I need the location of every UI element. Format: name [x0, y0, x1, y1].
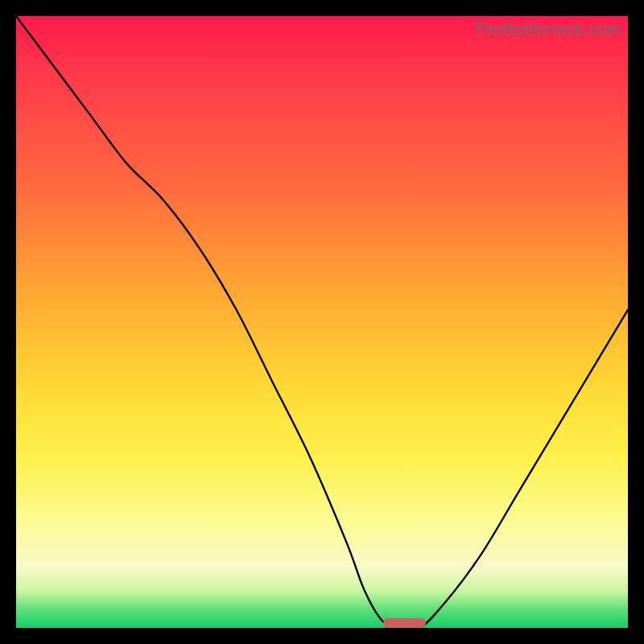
chart-plot-area: TheBottleneck.com — [16, 16, 628, 628]
bottleneck-curve — [16, 16, 628, 628]
curve-path — [16, 16, 628, 628]
optimal-marker — [383, 618, 426, 628]
watermark-text: TheBottleneck.com — [474, 19, 621, 39]
chart-frame: TheBottleneck.com — [0, 0, 644, 644]
